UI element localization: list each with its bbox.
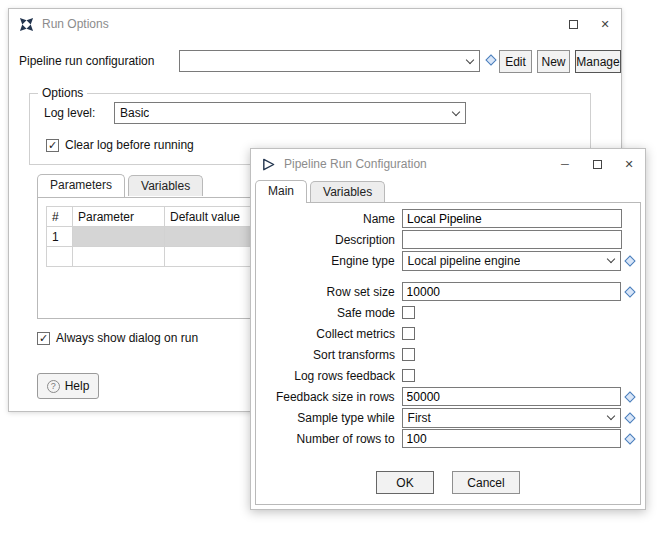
always-show-checkbox[interactable]: ✓ (37, 332, 50, 345)
parameters-variables-tabstrip: Parameters Variables (37, 174, 206, 196)
number-of-rows-label: Number of rows to (256, 432, 402, 446)
collect-metrics-row: Collect metrics (256, 323, 640, 344)
sample-type-label: Sample type while (256, 411, 402, 425)
engine-type-row: Engine type Local pipeline engine (256, 250, 640, 271)
row-set-size-row: Row set size (256, 281, 640, 302)
parameter-cell[interactable] (73, 227, 165, 247)
chevron-down-icon (466, 55, 474, 63)
check-icon: ✓ (39, 333, 48, 344)
tab-main[interactable]: Main (255, 180, 307, 203)
maximize-icon (593, 160, 602, 169)
minimize-icon: ─ (561, 158, 569, 170)
name-row: Name (256, 208, 640, 229)
close-icon: ✕ (600, 18, 609, 31)
main-tab-panel: Name Description Engine type Local pipel… (255, 202, 641, 505)
chevron-down-icon (452, 107, 460, 115)
sort-transforms-row: Sort transforms (256, 344, 640, 365)
engine-type-combo[interactable]: Local pipeline engine (402, 251, 621, 271)
log-level-combo[interactable]: Basic (114, 102, 466, 124)
tab-parameters[interactable]: Parameters (37, 174, 125, 197)
chevron-down-icon (607, 412, 615, 420)
collect-metrics-label: Collect metrics (256, 327, 402, 341)
feedback-size-row: Feedback size in rows (256, 386, 640, 407)
variable-diamond-icon[interactable] (485, 54, 496, 65)
sample-type-combo[interactable]: First (402, 408, 621, 428)
variable-diamond-icon[interactable] (624, 255, 635, 266)
header-parameter: Parameter (73, 207, 165, 227)
number-of-rows-field[interactable] (402, 429, 621, 448)
hop-logo-icon (18, 16, 34, 32)
options-group-legend: Options (38, 86, 87, 100)
row-set-size-field[interactable] (402, 282, 621, 301)
description-field[interactable] (402, 230, 622, 249)
log-level-value: Basic (120, 106, 149, 120)
log-level-label: Log level: (44, 106, 95, 120)
chevron-down-icon (607, 255, 615, 263)
maximize-button[interactable] (581, 149, 613, 179)
maximize-button[interactable] (557, 9, 589, 39)
pipeline-config-titlebar[interactable]: Pipeline Run Configuration ─ ✕ (251, 149, 645, 179)
pipeline-icon (260, 156, 276, 172)
tab-variables[interactable]: Variables (128, 175, 203, 196)
clear-log-checkbox[interactable]: ✓ (46, 139, 59, 152)
pipeline-run-config-label: Pipeline run configuration (19, 54, 154, 68)
variable-diamond-icon[interactable] (624, 433, 635, 444)
row-set-size-label: Row set size (256, 285, 402, 299)
manage-button[interactable]: Manage (575, 50, 621, 73)
name-field[interactable] (402, 209, 622, 228)
sample-type-row: Sample type while First (256, 407, 640, 428)
log-rows-feedback-checkbox[interactable] (402, 369, 415, 382)
check-icon: ✓ (48, 140, 57, 151)
row-num-cell[interactable]: 1 (47, 227, 73, 247)
engine-type-label: Engine type (256, 254, 402, 268)
cancel-button[interactable]: Cancel (452, 471, 520, 494)
pipeline-config-title: Pipeline Run Configuration (284, 157, 549, 171)
sample-type-value: First (408, 411, 431, 425)
main-variables-tabstrip: Main Variables (255, 180, 388, 202)
name-label: Name (256, 212, 402, 226)
sort-transforms-checkbox[interactable] (402, 348, 415, 361)
close-icon: ✕ (624, 158, 633, 171)
variable-diamond-icon[interactable] (624, 286, 635, 297)
safe-mode-row: Safe mode (256, 302, 640, 323)
help-label: Help (65, 379, 90, 393)
row-num-cell[interactable] (47, 247, 73, 267)
collect-metrics-checkbox[interactable] (402, 327, 415, 340)
safe-mode-checkbox[interactable] (402, 306, 415, 319)
maximize-icon (569, 20, 578, 29)
header-num: # (47, 207, 73, 227)
safe-mode-label: Safe mode (256, 306, 402, 320)
tab-variables[interactable]: Variables (310, 181, 385, 202)
description-label: Description (256, 233, 402, 247)
close-button[interactable]: ✕ (613, 149, 645, 179)
variable-diamond-icon[interactable] (624, 412, 635, 423)
help-icon: ? (47, 380, 60, 393)
feedback-size-field[interactable] (402, 387, 621, 406)
log-rows-feedback-row: Log rows feedback (256, 365, 640, 386)
new-button[interactable]: New (537, 50, 570, 73)
description-row: Description (256, 229, 640, 250)
log-rows-feedback-label: Log rows feedback (256, 369, 402, 383)
edit-button[interactable]: Edit (499, 50, 532, 73)
clear-log-label: Clear log before running (65, 138, 194, 152)
dialog-button-row: OK Cancel (256, 471, 640, 494)
help-button[interactable]: ? Help (37, 373, 99, 399)
run-options-title: Run Options (42, 17, 557, 31)
variable-diamond-icon[interactable] (624, 391, 635, 402)
always-show-label: Always show dialog on run (56, 331, 198, 345)
number-of-rows-row: Number of rows to (256, 428, 640, 449)
always-show-row: ✓ Always show dialog on run (37, 331, 198, 345)
pipeline-run-config-combo[interactable] (179, 50, 480, 72)
run-options-titlebar[interactable]: Run Options ✕ (9, 9, 621, 39)
pipeline-run-configuration-dialog: Pipeline Run Configuration ─ ✕ Main Vari… (250, 148, 646, 510)
feedback-size-label: Feedback size in rows (256, 390, 402, 404)
close-button[interactable]: ✕ (589, 9, 621, 39)
engine-type-value: Local pipeline engine (408, 254, 521, 268)
clear-log-row: ✓ Clear log before running (46, 138, 194, 152)
sort-transforms-label: Sort transforms (256, 348, 402, 362)
minimize-button[interactable]: ─ (549, 149, 581, 179)
ok-button[interactable]: OK (376, 471, 434, 494)
parameter-cell[interactable] (73, 247, 165, 267)
